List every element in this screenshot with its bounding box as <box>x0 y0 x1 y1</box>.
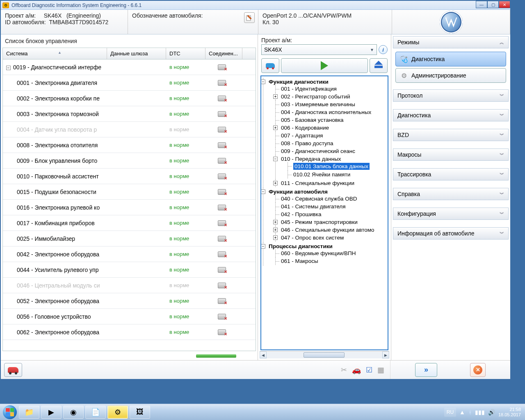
table-row[interactable]: 0015 - Подушки безопасностив норме <box>3 184 256 200</box>
tree-item[interactable]: +047 - Опрос всех систем <box>275 234 387 242</box>
accordion-section[interactable]: Информация об автомобиле︾ <box>393 227 509 240</box>
scroll-right-icon[interactable]: ▶ <box>382 352 389 358</box>
table-row[interactable]: 0004 - Датчик угла поворота рв норме <box>3 122 256 137</box>
mode-administration-button[interactable]: ⚙Администрирование <box>395 68 506 83</box>
collapse-icon[interactable]: − <box>261 80 265 84</box>
expand-icon[interactable]: + <box>273 94 278 99</box>
table-row[interactable]: 0062 - Электронное оборудовав норме <box>3 324 256 340</box>
tree-item[interactable]: 010.02 Ячейки памяти <box>288 171 387 178</box>
col-gateway[interactable]: Данные шлюза <box>107 48 166 59</box>
taskbar-photos[interactable]: 🖼 <box>130 406 150 419</box>
taskbar-media[interactable]: ▶ <box>41 406 62 419</box>
checklist-icon[interactable]: ☑ <box>366 365 372 374</box>
tree-item[interactable]: −010 - Передача данных 010.01 Запись бло… <box>275 155 387 179</box>
start-button[interactable] <box>2 404 18 420</box>
taskbar-explorer[interactable]: 📁 <box>19 406 39 419</box>
tree-item[interactable]: 007 - Адаптация <box>275 132 387 139</box>
tree-item[interactable]: +011 - Специальные функции <box>275 179 387 187</box>
tray-bluetooth-icon[interactable]: ᚼ <box>468 409 472 415</box>
expand-icon[interactable]: + <box>273 235 278 240</box>
tree-group-vehicle[interactable]: −Функции автомобиля 040 - Сервисная служ… <box>263 188 387 242</box>
tree-item[interactable]: 040 - Сервисная служба OBD <box>275 195 387 203</box>
tree-item[interactable]: 060 - Ведомые функции/ВПН <box>275 249 387 257</box>
table-row[interactable]: 0052 - Электронное оборудовав норме <box>3 293 256 309</box>
edit-designation-button[interactable] <box>244 12 255 23</box>
table-row[interactable]: 0044 - Усилитель рулевого упрв норме <box>3 262 256 278</box>
titlebar[interactable]: ⚙ Offboard Diagnostic Information System… <box>1 1 510 10</box>
table-row[interactable]: 0046 - Центральный модуль сив норме <box>3 278 256 293</box>
cancel-button[interactable]: ✕ <box>470 363 486 377</box>
table-row[interactable]: 0009 - Блок управления бортов норме <box>3 153 256 169</box>
play-button[interactable] <box>281 58 368 73</box>
vehicle-home-button[interactable] <box>4 363 22 377</box>
tree-item[interactable]: 004 - Диагностика исполнительных <box>275 108 387 116</box>
modes-header[interactable]: Режимы︽ <box>393 36 509 48</box>
tree-item[interactable]: 009 - Диагностический сеанс <box>275 147 387 155</box>
col-dtc[interactable]: DTC <box>166 48 205 59</box>
tree-group-diag[interactable]: −Функция диагностики 001 - Идентификация… <box>263 78 387 188</box>
windows-taskbar[interactable]: 📁 ▶ ◉ 📄 ⚙ 🖼 RU ▲ ᚼ ▮▮▮ 🔊 21:5818.05.2017 <box>0 404 525 420</box>
tree-item[interactable]: 008 - Право доступа <box>275 139 387 147</box>
accordion-section[interactable]: BZD︾ <box>393 129 509 141</box>
accordion-section[interactable]: Справка︾ <box>393 188 509 200</box>
collapse-icon[interactable]: − <box>261 244 265 249</box>
tree-item[interactable]: 005 - Базовая установка <box>275 116 387 124</box>
taskbar-odis-app[interactable]: ⚙ <box>107 406 128 419</box>
next-button[interactable]: » <box>415 363 437 377</box>
tree-group-processes[interactable]: −Процессы диагностики 060 - Ведомые функ… <box>263 242 387 266</box>
table-row[interactable]: −0019 - Диагностический интерфев норме <box>3 59 256 75</box>
tray-flag-icon[interactable]: ▲ <box>459 409 465 415</box>
table-row[interactable]: 0001 - Электроника двигателяв норме <box>3 75 256 91</box>
collapse-icon[interactable]: − <box>273 157 278 161</box>
table-row[interactable]: 0008 - Электроника отопителяв норме <box>3 137 256 153</box>
eject-button[interactable] <box>370 58 388 73</box>
info-button[interactable]: i <box>379 45 388 54</box>
tree-item[interactable]: +046 - Специальные функции автомо <box>275 226 387 234</box>
maximize-button[interactable]: ▢ <box>487 1 499 8</box>
table-row[interactable]: 0016 - Электроника рулевой ков норме <box>3 200 256 215</box>
tree-item[interactable]: 001 - Идентификация <box>275 85 387 93</box>
language-indicator[interactable]: RU <box>444 408 456 417</box>
system-tray[interactable]: RU ▲ ᚼ ▮▮▮ 🔊 21:5818.05.2017 <box>444 407 523 417</box>
scroll-track[interactable] <box>267 352 382 358</box>
col-system[interactable]: Система▲ <box>3 48 107 59</box>
tree-item[interactable]: 041 - Системы двигателя <box>275 203 387 210</box>
tree-item-selected[interactable]: 010.01 Запись блока данных <box>288 162 387 171</box>
tree-hscrollbar[interactable]: ◀ ▶ <box>260 351 389 358</box>
tray-network-icon[interactable]: ▮▮▮ <box>475 409 485 415</box>
vehicle-button[interactable] <box>261 58 279 73</box>
accordion-section[interactable]: Диагностика︾ <box>393 109 509 121</box>
tree-item[interactable]: +002 - Регистратор событий <box>275 93 387 100</box>
tree-item[interactable]: 042 - Прошивка <box>275 210 387 218</box>
accordion-section[interactable]: Макросы︾ <box>393 148 509 161</box>
expand-icon[interactable]: + <box>273 220 278 224</box>
collapse-icon[interactable]: − <box>6 66 11 70</box>
tree-item[interactable]: 061 - Макросы <box>275 257 387 265</box>
accordion-section[interactable]: Протокол︾ <box>393 89 509 102</box>
table-row[interactable]: 0056 - Головное устройствов норме <box>3 309 256 324</box>
table-row[interactable]: 0002 - Электроника коробки пев норме <box>3 91 256 106</box>
function-tree[interactable]: −Функция диагностики 001 - Идентификация… <box>260 75 388 350</box>
tree-item[interactable]: +045 - Режим транспортировки <box>275 218 387 226</box>
expand-icon[interactable]: + <box>273 181 278 185</box>
table-row[interactable]: 0003 - Электроника тормознойв норме <box>3 106 256 122</box>
ecu-table-body[interactable]: −0019 - Диагностический интерфев норме00… <box>2 59 256 351</box>
tray-clock[interactable]: 21:5818.05.2017 <box>498 407 521 417</box>
table-row[interactable]: 0017 - Комбинация приборовв норме <box>3 215 256 231</box>
table-row[interactable]: 0010 - Парковочный ассистентв норме <box>3 169 256 184</box>
grid-icon[interactable]: ▦ <box>377 365 384 374</box>
taskbar-chrome[interactable]: ◉ <box>63 406 84 419</box>
taskbar-notepad[interactable]: 📄 <box>85 406 106 419</box>
table-row[interactable]: 0025 - Иммобилайзерв норме <box>3 231 256 247</box>
tree-item[interactable]: +006 - Кодирование <box>275 124 387 132</box>
tree-item[interactable]: 003 - Измеряемые величины <box>275 100 387 108</box>
close-button[interactable]: ✕ <box>499 1 510 8</box>
expand-icon[interactable]: + <box>273 126 278 130</box>
accordion-section[interactable]: Конфигурация︾ <box>393 208 509 220</box>
scroll-thumb[interactable] <box>304 352 345 358</box>
scroll-left-icon[interactable]: ◀ <box>260 352 267 358</box>
minimize-button[interactable]: — <box>476 1 487 8</box>
expand-icon[interactable]: + <box>273 228 278 232</box>
tray-volume-icon[interactable]: 🔊 <box>488 409 495 415</box>
accordion-section[interactable]: Трассировка︾ <box>393 168 509 180</box>
